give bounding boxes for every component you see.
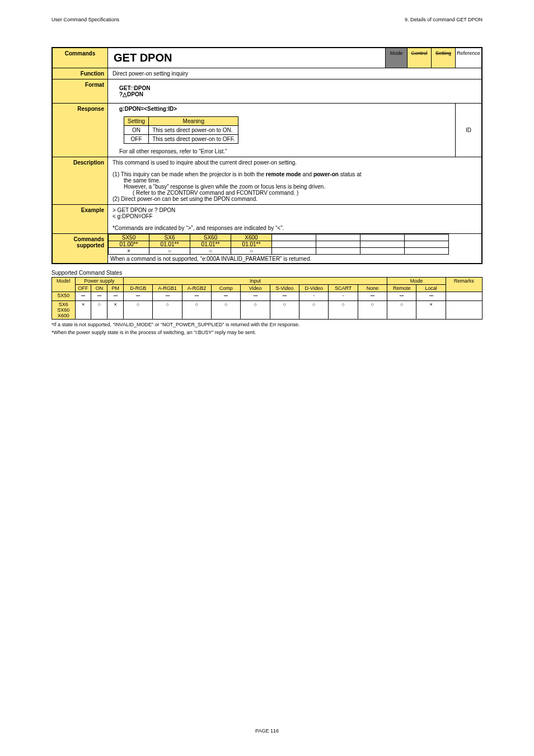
sr0-c6: ー: [212, 292, 241, 301]
sr0-c3: ー: [124, 292, 153, 301]
sth-local: Local: [416, 285, 446, 292]
sr1-c10: ○: [329, 301, 358, 320]
header-right: 9. Details of command GET DPON: [405, 17, 483, 22]
cs-v1: 01.00**: [109, 241, 149, 248]
sr1-c13: ×: [416, 301, 446, 320]
function-text: Direct power-on setting inquiry: [108, 68, 483, 79]
sr1-c11: ○: [358, 301, 387, 320]
sr0-m: SX50: [52, 292, 76, 301]
label-description: Description: [52, 157, 108, 205]
states-table: Model Power supply Input Mode Remarks OF…: [51, 277, 483, 320]
cs-s2: ○: [149, 248, 190, 255]
sr0-c0: ー: [75, 292, 91, 301]
tag-setting: Setting: [432, 48, 456, 68]
sr0-c2: ー: [107, 292, 124, 301]
example-cell: > GET DPON or ? DPON < g:DPON=OFF *Comma…: [108, 205, 483, 234]
sr1-c14: [446, 301, 482, 320]
description-cell: This command is used to inquire about th…: [108, 157, 483, 205]
command-title: GET DPON: [108, 48, 386, 68]
sth-none: None: [358, 285, 387, 292]
sth-argb2: A-RGB2: [182, 285, 211, 292]
sth-drgb: D-RGB: [124, 285, 153, 292]
sth-on: ON: [91, 285, 107, 292]
sr0-c10: -: [329, 292, 358, 301]
states-foot2: *When the power supply state is in the p…: [51, 330, 483, 335]
resp-r1c1: ON: [124, 126, 149, 135]
cs-c1: SX50: [109, 234, 149, 241]
sr0-c4: ー: [153, 292, 182, 301]
sr0-c13: ー: [416, 292, 446, 301]
label-commands: Commands: [52, 48, 108, 68]
content: Commands GET DPON Mode Control Setting R…: [51, 47, 483, 335]
spec-table: Commands GET DPON Mode Control Setting R…: [51, 47, 483, 264]
ex-note: *Commands are indicated by “>”, and resp…: [113, 225, 477, 231]
sth-svideo: S-Video: [270, 285, 299, 292]
desc-d1: (1) This inquiry can be made when the pr…: [113, 171, 477, 177]
sth-ps: Power supply: [75, 278, 123, 285]
sr0-c1: ー: [91, 292, 107, 301]
cs-note: When a command is not supported, “e:000A…: [108, 255, 481, 263]
cs-c4: X600: [231, 234, 272, 241]
tag-mode: Mode: [386, 48, 407, 68]
states-foot1: *If a state is not supported, “INVALID_M…: [51, 322, 483, 327]
response-line: g:DPON=<Setting:ID>: [119, 106, 444, 112]
response-id: ID: [456, 104, 483, 157]
sr0-c11: ー: [358, 292, 387, 301]
format-line1: GET□DPON: [119, 85, 470, 91]
sr1-c8: ○: [270, 301, 299, 320]
sr1-c4: ○: [153, 301, 182, 320]
cmdsup-table: SX50 SX6 SX60 X600 01.00** 01.01**: [108, 234, 449, 255]
desc-d1-cont: the same time.: [113, 177, 477, 184]
states-caption: Supported Command States: [51, 270, 483, 276]
sr1-c1: ○: [91, 301, 107, 320]
ex-line1: > GET DPON or ? DPON: [113, 207, 477, 213]
sth-scart: SCART: [329, 285, 358, 292]
response-footer: For all other responses, refer to “Error…: [119, 148, 444, 154]
cs-s4: ○: [231, 248, 272, 255]
states-row-sx50: SX50 ー ー ー ー ー ー ー ー ー - - ー ー ー: [52, 292, 483, 301]
sr1-m1: SX60: [53, 307, 74, 313]
cs-v3: 01.01**: [190, 241, 231, 248]
sth-argb1: A-RGB1: [153, 285, 182, 292]
label-cmdsup: Commands supported: [52, 234, 108, 264]
ex-line2: < g:DPON=OFF: [113, 213, 477, 219]
sth-video: Video: [241, 285, 270, 292]
sr1-c5: ○: [182, 301, 211, 320]
cs-s1: ×: [109, 248, 149, 255]
tag-control: Control: [407, 48, 432, 68]
resp-r2c1: OFF: [124, 135, 149, 144]
label-function: Function: [52, 68, 108, 79]
page-number: PAGE 116: [0, 728, 534, 734]
sr1-c6: ○: [212, 301, 241, 320]
label-example: Example: [52, 205, 108, 234]
cmdsup-cell: SX50 SX6 SX60 X600 01.00** 01.01**: [108, 234, 483, 264]
resp-r2c2: This sets direct power-on to OFF.: [149, 135, 238, 144]
cs-c2: SX6: [149, 234, 190, 241]
sth-remote: Remote: [387, 285, 416, 292]
sr1-c2: ×: [107, 301, 124, 320]
format-line2: ?△DPON: [119, 91, 470, 97]
sr0-c8: ー: [270, 292, 299, 301]
sr1-m0: SX6: [53, 302, 74, 307]
sth-comp: Comp: [212, 285, 241, 292]
sr1-c0: ×: [75, 301, 91, 320]
format-cell: GET□DPON ?△DPON: [108, 79, 483, 104]
desc-d1b: ( Refer to the ZCONTDRV command and FCON…: [113, 190, 477, 196]
resp-r1c2: This sets direct power-on to ON.: [149, 126, 238, 135]
sr1-c12: ○: [387, 301, 416, 320]
sth-off: OFF: [75, 285, 91, 292]
sr0-c7: ー: [241, 292, 270, 301]
sth-remarks: Remarks: [446, 278, 482, 292]
sth-model: Model: [52, 278, 76, 292]
cs-s3: ○: [190, 248, 231, 255]
desc-d0: This command is used to inquire about th…: [113, 159, 477, 166]
sr0-c9: -: [299, 292, 329, 301]
cs-v4: 01.01**: [231, 241, 272, 248]
label-response: Response: [52, 104, 108, 157]
sr1-c7: ○: [241, 301, 270, 320]
sr1-c3: ○: [124, 301, 153, 320]
response-cell: g:DPON=<Setting:ID> SettingMeaning ONThi…: [108, 104, 456, 157]
sr0-c5: ー: [182, 292, 211, 301]
tag-reference: Reference: [456, 48, 483, 68]
cs-v2: 01.01**: [149, 241, 190, 248]
